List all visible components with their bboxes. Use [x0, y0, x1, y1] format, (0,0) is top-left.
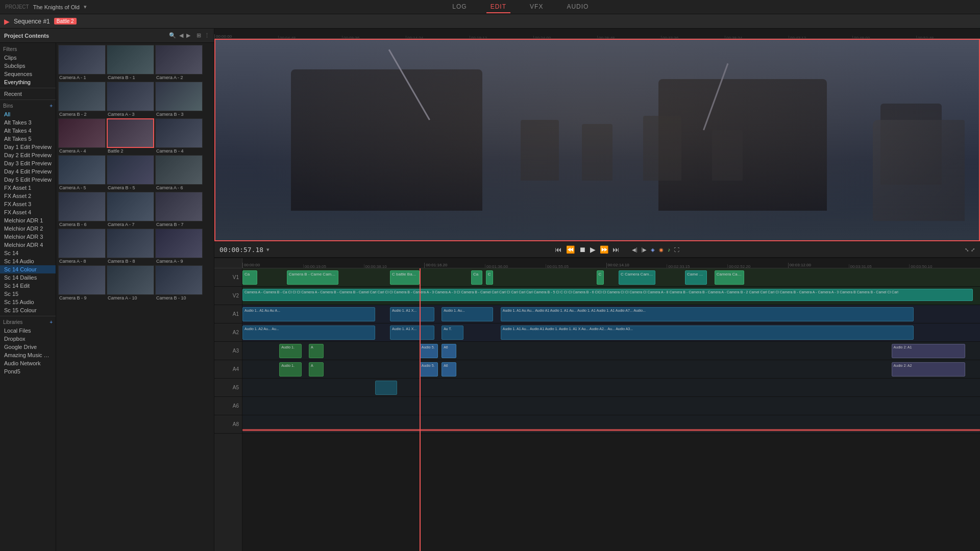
sidebar-bin-fx1[interactable]: FX Asset 1: [0, 184, 56, 192]
clip-v2-full[interactable]: Camera A - Camera B - Ca Cl Cl Cl Camera…: [242, 289, 973, 301]
sidebar-lib-audio[interactable]: Audio Network: [0, 359, 56, 367]
tab-log[interactable]: LOG: [448, 1, 471, 13]
sidebar-bin-sc14audio[interactable]: Sc 14 Audio: [0, 257, 56, 265]
clip-a4-3[interactable]: Audio 5.: [420, 362, 438, 377]
out-point-button[interactable]: |▶: [642, 247, 647, 253]
back-icon[interactable]: ◀: [179, 32, 183, 39]
sidebar-lib-dropbox[interactable]: Dropbox: [0, 335, 56, 343]
sidebar-lib-pond5[interactable]: Pond5: [0, 367, 56, 375]
sidebar-lib-local[interactable]: Local Files: [0, 327, 56, 335]
clip-v1-1[interactable]: Ca: [242, 270, 257, 285]
media-item-camera-a10[interactable]: Camera A - 10: [107, 265, 154, 301]
sidebar-bin-sc14[interactable]: Sc 14: [0, 249, 56, 257]
sidebar-bin-fx3[interactable]: FX Asset 3: [0, 200, 56, 208]
add-library-icon[interactable]: +: [50, 319, 53, 325]
timecode-dropdown[interactable]: ▾: [266, 246, 270, 253]
zoom-in-button[interactable]: ⤢: [971, 247, 975, 253]
clip-a2-4[interactable]: Audio 1. A1 Au... Audio A1 Audio 1. Audi…: [501, 325, 914, 340]
clip-a1-2[interactable]: Audio 1. A1 X...: [390, 307, 434, 321]
trim-button[interactable]: ◈: [651, 247, 655, 253]
sidebar-bin-fx2[interactable]: FX Asset 2: [0, 192, 56, 200]
media-item-camera-a4[interactable]: Camera A - 4: [58, 118, 106, 154]
clip-a4-4[interactable]: A6: [442, 362, 456, 377]
more-options-icon[interactable]: ⋮: [204, 32, 210, 39]
sidebar-bin-alt5[interactable]: Alt Takes 5: [0, 135, 56, 143]
sidebar-lib-google[interactable]: Google Drive: [0, 343, 56, 351]
sidebar-bin-day2[interactable]: Day 2 Edit Preview: [0, 151, 56, 159]
media-item-camera-a7[interactable]: Camera A - 7: [107, 192, 154, 228]
clip-v1-4[interactable]: Ca: [471, 270, 482, 285]
clip-v1-7[interactable]: C Camera Camera: [619, 270, 655, 285]
clip-a3-audio2a1[interactable]: Audio 2: A1: [892, 344, 966, 358]
media-item-camera-a3[interactable]: Camera A - 3: [107, 82, 154, 117]
playhead[interactable]: [420, 268, 421, 551]
clip-a2-1[interactable]: Audio 1. A2 Au... Au...: [242, 325, 375, 340]
sidebar-bin-sc14dailies[interactable]: Sc 14 Dailies: [0, 273, 56, 282]
play-button[interactable]: ▶: [590, 245, 596, 254]
media-item-camera-a8[interactable]: Camera A - 8: [58, 229, 106, 264]
fullscreen-button[interactable]: ⛶: [674, 247, 679, 253]
sidebar-bin-day3[interactable]: Day 3 Edit Preview: [0, 159, 56, 167]
clip-v1-9[interactable]: Camera Carl Carl: [715, 270, 744, 285]
media-item-camera-b9[interactable]: Camera B - 9: [58, 265, 106, 301]
sequence-badge[interactable]: Battle 2: [54, 18, 77, 24]
chevron-down-icon[interactable]: ▾: [84, 4, 87, 10]
zoom-out-button[interactable]: ⤡: [965, 247, 969, 253]
search-icon[interactable]: 🔍: [169, 32, 176, 39]
sidebar-bin-alt3[interactable]: Alt Takes 3: [0, 118, 56, 127]
media-item-camera-b7[interactable]: Camera B - 7: [155, 192, 203, 228]
media-item-camera-b5[interactable]: Camera B - 5: [107, 155, 154, 191]
view-options-icon[interactable]: ⊞: [197, 32, 201, 39]
audio-button[interactable]: ♪: [668, 247, 670, 253]
sidebar-bin-fx4[interactable]: FX Asset 4: [0, 208, 56, 216]
sidebar-bin-adr4[interactable]: Melchior ADR 4: [0, 241, 56, 249]
clip-v1-6[interactable]: C: [597, 270, 604, 285]
media-item-camera-a5[interactable]: Camera A - 5: [58, 155, 106, 191]
sidebar-item-recent[interactable]: Recent: [0, 90, 56, 98]
clip-a1-big[interactable]: Audio 1. A1 Au Au... Audio A1 Audio 1. A…: [501, 307, 914, 321]
tab-audio[interactable]: AUDIO: [562, 1, 593, 13]
step-forward-button[interactable]: ⏩: [600, 245, 608, 254]
sidebar-bin-alt4[interactable]: Alt Takes 4: [0, 127, 56, 135]
clip-a5-1[interactable]: [375, 381, 397, 395]
media-item-camera-a1[interactable]: Camera A - 1: [58, 45, 106, 81]
clip-a4-audio2a2[interactable]: Audio 2: A2: [892, 362, 966, 377]
clip-v1-5[interactable]: C: [486, 270, 493, 285]
sidebar-bin-sc15audio[interactable]: Sc 15 Audio: [0, 298, 56, 306]
media-item-camera-b1[interactable]: Camera B - 1: [107, 45, 154, 81]
media-item-camera-b6[interactable]: Camera B - 6: [58, 192, 106, 228]
stop-button[interactable]: ⏹: [579, 245, 586, 254]
sidebar-bin-day1[interactable]: Day 1 Edit Preview: [0, 143, 56, 151]
go-to-start-button[interactable]: ⏮: [555, 245, 562, 254]
sidebar-item-sequences[interactable]: Sequences: [0, 70, 56, 78]
clip-a4-2[interactable]: A: [309, 362, 324, 377]
step-back-button[interactable]: ⏪: [566, 245, 575, 254]
tab-vfx[interactable]: VFX: [526, 1, 547, 13]
in-point-button[interactable]: ◀|: [632, 247, 638, 253]
media-item-camera-b10[interactable]: Camera B - 10: [155, 265, 203, 301]
media-item-camera-a9[interactable]: Camera A - 9: [155, 229, 203, 264]
sidebar-bin-day5[interactable]: Day 5 Edit Preview: [0, 176, 56, 184]
color-button[interactable]: ◉: [659, 247, 664, 253]
clip-a3-2[interactable]: A: [309, 344, 324, 358]
sidebar-item-everything[interactable]: Everything: [0, 78, 56, 86]
forward-icon[interactable]: ▶: [186, 32, 190, 39]
clip-a3-3[interactable]: Audio 5.: [420, 344, 438, 358]
clip-a1-1[interactable]: Audio 1.. A1 Au Au A...: [242, 307, 375, 321]
clip-a1-3[interactable]: Audio 1. Au...: [442, 307, 493, 321]
sidebar-bin-sc15colour[interactable]: Sc 15 Colour: [0, 306, 56, 314]
sidebar-bin-adr2[interactable]: Melchior ADR 2: [0, 224, 56, 233]
media-item-camera-b2[interactable]: Camera B - 2: [58, 82, 106, 117]
media-item-camera-b8[interactable]: Camera B - 8: [107, 229, 154, 264]
sidebar-bin-sc14colour[interactable]: Sc 14 Colour: [0, 265, 56, 273]
sidebar-bin-sc15[interactable]: Sc 15: [0, 290, 56, 298]
sidebar-bin-adr3[interactable]: Melchior ADR 3: [0, 233, 56, 241]
sidebar-item-clips[interactable]: Clips: [0, 54, 56, 62]
media-item-battle2[interactable]: Battle 2: [107, 118, 154, 154]
add-bin-icon[interactable]: +: [50, 103, 53, 109]
clip-v1-2[interactable]: Camera B - Came Camera B: [287, 270, 338, 285]
sidebar-bin-day4[interactable]: Day 4 Edit Preview: [0, 167, 56, 176]
media-item-camera-b4[interactable]: Camera B - 4: [155, 118, 203, 154]
clip-a4-1[interactable]: Audio 1.: [279, 362, 301, 377]
go-to-end-button[interactable]: ⏭: [612, 245, 620, 254]
